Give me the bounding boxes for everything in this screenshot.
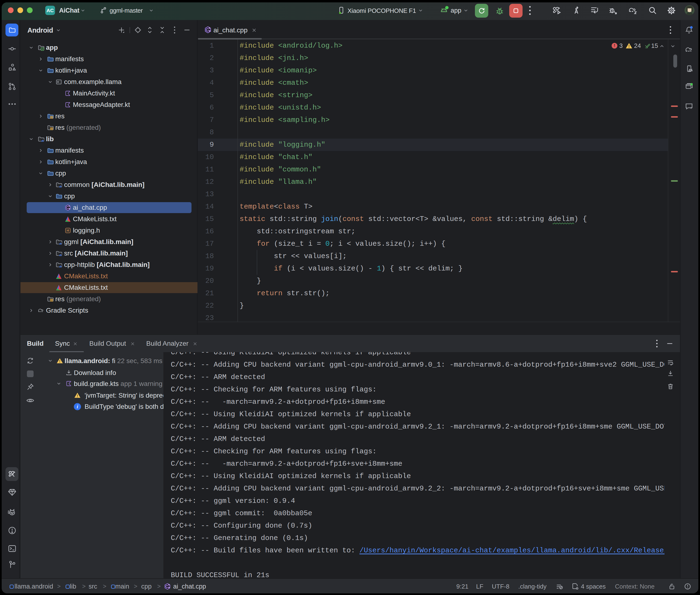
svg-text:C: C [66, 205, 69, 210]
svg-text:H: H [66, 229, 69, 233]
svg-text:C: C [206, 27, 209, 32]
svg-text:C: C [165, 584, 168, 589]
